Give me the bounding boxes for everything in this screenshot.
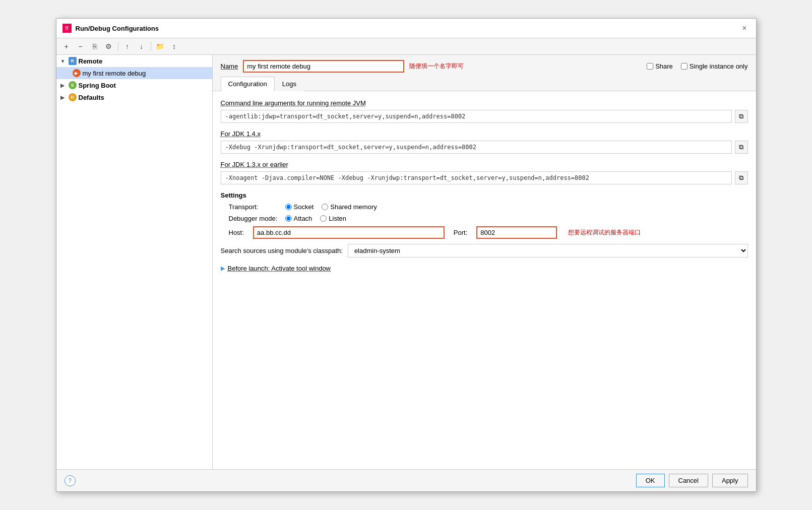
dialog-title: Run/Debug Configurations	[76, 25, 159, 32]
attach-radio[interactable]	[285, 215, 292, 222]
host-input[interactable]	[253, 226, 445, 239]
name-input[interactable]	[243, 60, 404, 73]
toolbar: + − ⎘ ⚙ ↑ ↓ 📁 ↕	[56, 38, 756, 55]
before-launch-label: Before launch: Activate tool window	[228, 265, 331, 272]
cancel-button[interactable]: Cancel	[669, 474, 708, 487]
attach-label: Attach	[294, 215, 313, 222]
tab-configuration[interactable]: Configuration	[221, 77, 275, 91]
socket-label: Socket	[294, 203, 314, 211]
host-port-row: 想要远程调试的服务器ip Host: Port: 想要远程调试的服务器端口	[221, 226, 748, 239]
title-bar: !! Run/Debug Configurations ×	[56, 19, 756, 38]
right-panel: Name 随便填一个名字即可 Share Single instance onl…	[213, 55, 756, 469]
defaults-icon: D	[69, 93, 77, 101]
add-config-button[interactable]: +	[60, 40, 73, 52]
checkbox-group: Share Single instance only	[647, 62, 747, 70]
tree-remote-section[interactable]: ▼ R Remote	[56, 55, 212, 67]
toolbar-separator-1	[118, 42, 118, 51]
port-annotation: 想要远程调试的服务器端口	[568, 228, 641, 237]
left-panel: ▼ R Remote ▶ my first remote debug ▶ S S…	[56, 55, 213, 469]
shared-memory-radio[interactable]	[322, 204, 328, 210]
spring-boot-label: Spring Boot	[79, 82, 116, 89]
cmd-code-row: -agentlib:jdwp=transport=dt_socket,serve…	[221, 110, 748, 123]
bottom-bar: ? OK Cancel Apply	[56, 469, 756, 491]
ok-button[interactable]: OK	[636, 474, 665, 487]
listen-label: Listen	[329, 215, 346, 222]
main-content: ▼ R Remote ▶ my first remote debug ▶ S S…	[56, 55, 756, 469]
jdk14-code-box: -Xdebug -Xrunjdwp:transport=dt_socket,se…	[221, 141, 732, 154]
debugger-mode-label: Debugger mode:	[229, 215, 279, 222]
settings-section: Settings Transport: Socket Shared memory	[221, 192, 748, 272]
spring-boot-icon: S	[69, 81, 77, 89]
cmd-code-box: -agentlib:jdwp=transport=dt_socket,serve…	[221, 110, 732, 123]
jdk14-code-row: -Xdebug -Xrunjdwp:transport=dt_socket,se…	[221, 141, 748, 154]
tree-defaults-section[interactable]: ▶ D Defaults	[56, 91, 212, 103]
toolbar-separator-2	[151, 42, 151, 51]
defaults-expand-arrow: ▶	[60, 95, 67, 100]
tab-logs[interactable]: Logs	[275, 77, 304, 91]
port-input[interactable]	[476, 226, 557, 239]
share-checkbox-label[interactable]: Share	[647, 62, 673, 70]
transport-row: Transport: Socket Shared memory	[221, 203, 748, 211]
defaults-label: Defaults	[79, 94, 104, 101]
settings-title: Settings	[221, 192, 748, 199]
attach-radio-label[interactable]: Attach	[285, 215, 313, 222]
app-icon: !!	[63, 24, 72, 33]
cmd-section-label: Command line arguments for running remot…	[221, 99, 748, 107]
move-config-button[interactable]: ⚙	[103, 40, 115, 52]
single-instance-label: Single instance only	[690, 62, 748, 70]
shared-memory-label: Shared memory	[330, 203, 377, 211]
host-label: Host:	[229, 229, 244, 236]
classpath-label: Search sources using module's classpath:	[221, 247, 343, 254]
remove-config-button[interactable]: −	[75, 40, 87, 52]
share-checkbox[interactable]	[647, 63, 653, 70]
tree-spring-boot-section[interactable]: ▶ S Spring Boot	[56, 79, 212, 91]
name-hint: 随便填一个名字即可	[409, 62, 464, 71]
sort-button[interactable]: ↕	[168, 40, 180, 52]
move-up-button[interactable]: ↑	[121, 40, 134, 52]
cmd-copy-button[interactable]: ⧉	[735, 110, 748, 123]
remote-label: Remote	[79, 57, 103, 65]
jdk13-label: For JDK 1.3.x or earlier	[221, 161, 748, 168]
jdk14-copy-button[interactable]: ⧉	[735, 141, 748, 154]
title-bar-left: !! Run/Debug Configurations	[63, 24, 159, 33]
before-launch-arrow: ▶	[221, 265, 225, 272]
action-buttons: OK Cancel Apply	[636, 474, 748, 487]
port-label: Port:	[454, 229, 467, 236]
debug-config-icon: ▶	[73, 69, 81, 77]
transport-radio-group: Socket Shared memory	[285, 203, 377, 211]
share-label: Share	[655, 62, 673, 70]
remote-collapse-arrow: ▼	[60, 58, 67, 64]
transport-label: Transport:	[229, 203, 279, 211]
shared-memory-radio-label[interactable]: Shared memory	[322, 203, 377, 211]
jdk14-label: For JDK 1.4.x	[221, 130, 748, 138]
single-instance-checkbox[interactable]	[681, 63, 688, 70]
apply-button[interactable]: Apply	[712, 474, 748, 487]
before-launch-section[interactable]: ▶ Before launch: Activate tool window	[221, 265, 748, 272]
single-instance-checkbox-label[interactable]: Single instance only	[681, 62, 748, 70]
name-label: Name	[221, 62, 238, 70]
listen-radio[interactable]	[320, 215, 327, 222]
socket-radio[interactable]	[285, 204, 292, 210]
copy-config-button[interactable]: ⎘	[89, 40, 101, 52]
tabs: Configuration Logs	[213, 77, 756, 91]
run-debug-dialog: !! Run/Debug Configurations × + − ⎘ ⚙ ↑ …	[56, 18, 757, 492]
jdk13-code-row: -Xnoagent -Djava.compiler=NONE -Xdebug -…	[221, 171, 748, 184]
close-button[interactable]: ×	[739, 23, 749, 34]
help-button[interactable]: ?	[65, 475, 76, 486]
name-row: Name 随便填一个名字即可 Share Single instance onl…	[213, 55, 756, 77]
jdk13-copy-button[interactable]: ⧉	[735, 171, 748, 184]
move-down-button[interactable]: ↓	[136, 40, 148, 52]
jdk13-code-box: -Xnoagent -Djava.compiler=NONE -Xdebug -…	[221, 171, 732, 184]
classpath-select[interactable]: eladmin-system	[348, 244, 748, 258]
debugger-mode-row: Debugger mode: Attach Listen	[221, 215, 748, 222]
listen-radio-label[interactable]: Listen	[320, 215, 346, 222]
spring-boot-expand-arrow: ▶	[60, 83, 67, 88]
folder-button[interactable]: 📁	[154, 40, 166, 52]
config-area: Command line arguments for running remot…	[213, 91, 756, 469]
debugger-mode-radio-group: Attach Listen	[285, 215, 347, 222]
remote-icon: R	[69, 57, 77, 65]
tree-remote-item[interactable]: ▶ my first remote debug	[56, 67, 212, 79]
socket-radio-label[interactable]: Socket	[285, 203, 314, 211]
remote-item-label: my first remote debug	[83, 70, 146, 77]
classpath-row: Search sources using module's classpath:…	[221, 244, 748, 258]
